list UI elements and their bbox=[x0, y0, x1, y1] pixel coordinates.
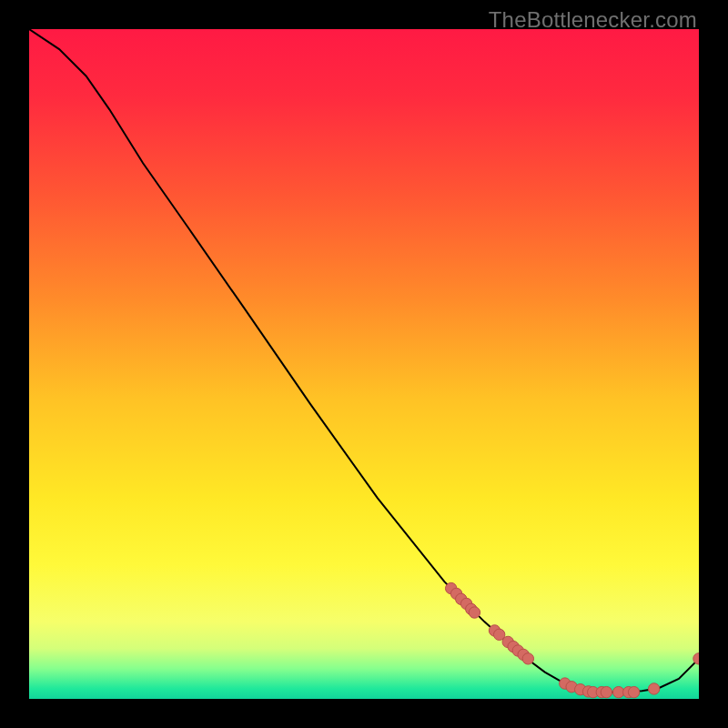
data-point bbox=[601, 686, 612, 697]
gradient-background bbox=[29, 29, 699, 699]
data-point bbox=[522, 653, 533, 664]
chart-stage: TheBottlenecker.com bbox=[0, 0, 728, 728]
data-point bbox=[648, 683, 659, 694]
data-point bbox=[469, 607, 480, 618]
data-point bbox=[628, 686, 639, 697]
bottleneck-curve-chart bbox=[29, 29, 699, 699]
